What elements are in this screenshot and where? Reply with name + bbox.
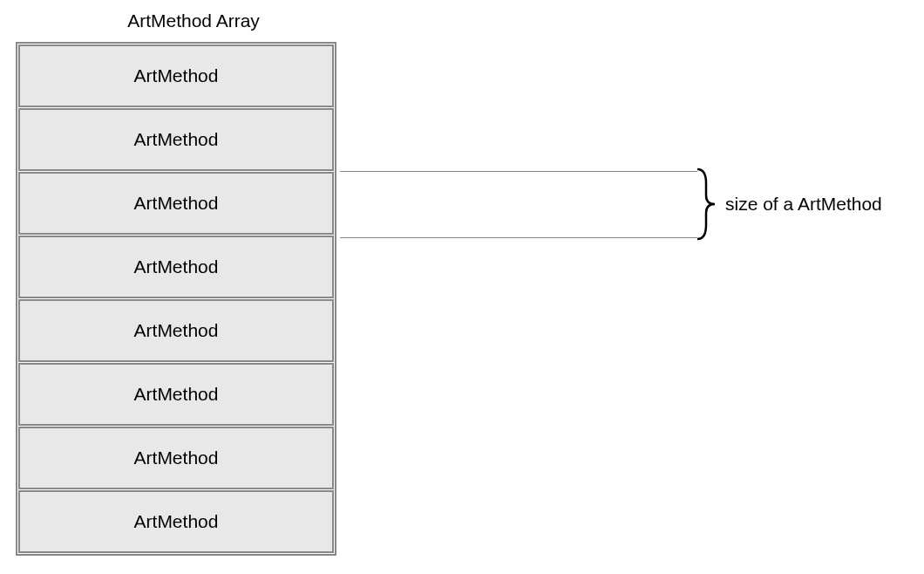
- diagram-container: ArtMethod Array ArtMethod ArtMethod ArtM…: [16, 10, 336, 556]
- array-cell: ArtMethod: [18, 236, 334, 298]
- array-cell: ArtMethod: [18, 172, 334, 235]
- annotation-guide-lines: [340, 171, 706, 237]
- array-cell: ArtMethod: [18, 490, 334, 553]
- array-cell: ArtMethod: [18, 44, 334, 107]
- array-cell: ArtMethod: [18, 108, 334, 171]
- array-box: ArtMethod ArtMethod ArtMethod ArtMethod …: [16, 42, 336, 556]
- brace-icon: [696, 167, 722, 241]
- array-cell: ArtMethod: [18, 427, 334, 489]
- array-cell: ArtMethod: [18, 363, 334, 426]
- annotation-label: size of a ArtMethod: [725, 194, 882, 215]
- guide-line-bottom: [340, 237, 697, 238]
- array-cell: ArtMethod: [18, 299, 334, 362]
- array-title: ArtMethod Array: [16, 10, 336, 31]
- guide-line-top: [340, 171, 697, 172]
